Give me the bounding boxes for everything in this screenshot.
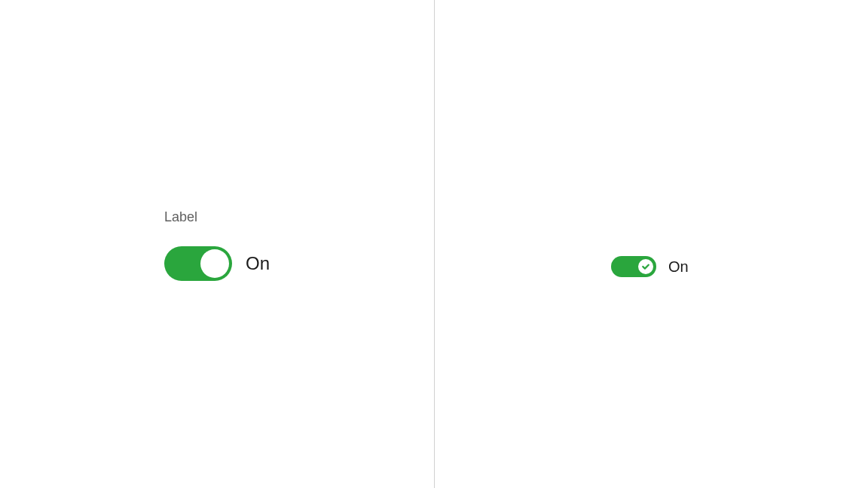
toggle-switch-small[interactable] — [611, 256, 656, 277]
check-icon — [641, 262, 650, 271]
right-toggle-group: On — [611, 256, 689, 277]
right-panel: On — [434, 0, 868, 488]
toggle-thumb-small — [638, 259, 653, 274]
left-panel: Label On — [0, 0, 434, 488]
toggle-switch-large[interactable] — [164, 246, 232, 281]
toggle-thumb — [200, 249, 229, 278]
left-toggle-group: Label On — [164, 209, 270, 281]
toggle-row: On — [164, 246, 270, 281]
toggle-state-text: On — [246, 253, 270, 274]
toggle-state-text-small: On — [668, 258, 689, 276]
toggle-label: Label — [164, 209, 270, 225]
